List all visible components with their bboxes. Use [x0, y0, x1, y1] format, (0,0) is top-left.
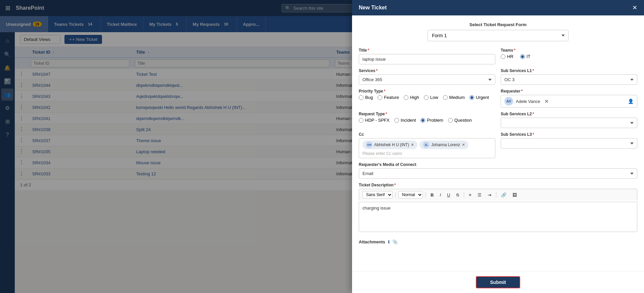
radio-hr[interactable]: HR: [501, 54, 513, 59]
radio-low[interactable]: Low: [424, 95, 438, 100]
description-group: Ticket Description* Sans Serif Normal B …: [359, 183, 637, 232]
priority-type-group: Priority Type* Bug Feature: [359, 89, 495, 108]
toolbar-divider4: [496, 192, 496, 197]
radio-incident[interactable]: Incident: [394, 118, 416, 123]
title-input[interactable]: [359, 54, 495, 64]
attachments-row: Attachments ℹ 📎: [359, 236, 637, 248]
modal-close-button[interactable]: ✕: [632, 4, 637, 11]
radio-high[interactable]: High: [404, 95, 419, 100]
services-label: Services*: [359, 68, 495, 73]
sub-services-l3-group: Sub Services L3*: [501, 132, 637, 158]
description-label: Ticket Description*: [359, 183, 637, 187]
cc-placeholder: Please enter Cc users: [362, 151, 402, 156]
radio-medium[interactable]: Medium: [443, 95, 465, 100]
modal-header: New Ticket ✕: [352, 0, 644, 15]
request-type-group: Request Type* HDP - SPFX Incident: [359, 112, 495, 128]
priority-radio-group: Bug Feature High Low: [359, 95, 495, 100]
ordered-list-button[interactable]: ≡: [467, 192, 474, 198]
strikethrough-button[interactable]: S: [454, 192, 461, 198]
media-group: Requester's Media of Connect Email Phone…: [359, 162, 637, 179]
sub-services-l1-group: Sub Services L1* OC 3: [501, 68, 637, 85]
requester-person-icon[interactable]: 👤: [628, 99, 634, 104]
radio-question[interactable]: Question: [448, 118, 472, 123]
sub-services-l3-select[interactable]: [501, 138, 637, 149]
editor-content[interactable]: charging issue: [359, 202, 637, 232]
requester-remove-button[interactable]: ✕: [544, 98, 549, 105]
submit-button[interactable]: Submit: [476, 276, 520, 288]
cc-tag-johanna: JL Johanna Lorenz ✕: [419, 140, 468, 149]
toolbar-divider2: [426, 192, 426, 197]
request-type-label: Request Type*: [359, 112, 495, 116]
sub-services-l2-label: Sub Services L2*: [501, 112, 637, 116]
editor-toolbar: Sans Serif Normal B I U S ≡ ☰ ⇥: [359, 189, 637, 200]
form-select-row: Form 1 Form 2: [359, 30, 637, 41]
form-grid-row4: Request Type* HDP - SPFX Incident: [359, 112, 637, 128]
services-group: Services* Office 365: [359, 68, 495, 85]
italic-button[interactable]: I: [438, 192, 443, 198]
attachments-info-icon[interactable]: ℹ: [388, 240, 390, 244]
media-label: Requester's Media of Connect: [359, 162, 637, 167]
modal-footer: Submit: [352, 271, 644, 293]
teams-label: Teams*: [501, 48, 637, 53]
unordered-list-button[interactable]: ☰: [476, 192, 484, 198]
editor-style-select[interactable]: Normal: [398, 191, 423, 198]
toolbar-divider: [395, 192, 396, 197]
link-button[interactable]: 🔗: [499, 192, 508, 198]
modal-panel: New Ticket ✕ Select Ticket Request Form …: [352, 0, 644, 293]
sub-services-l3-label: Sub Services L3*: [501, 132, 637, 137]
sub-services-l2-group: Sub Services L2*: [501, 112, 637, 128]
requester-group: Requester* AV Adele Vance ✕ 👤: [501, 89, 637, 108]
cc-group: Cc AH Abhishek H U (INT) ✕ JL Johanna Lo…: [359, 132, 495, 158]
attachments-clip-icon[interactable]: 📎: [392, 239, 398, 244]
radio-it[interactable]: IT: [520, 54, 531, 59]
radio-hdp-spfx[interactable]: HDP - SPFX: [359, 118, 390, 123]
attachments-label: Attachments: [359, 239, 385, 244]
sub-services-l1-select[interactable]: OC 3: [501, 74, 637, 85]
image-button[interactable]: 🖼: [510, 192, 519, 198]
underline-button[interactable]: U: [445, 192, 452, 198]
radio-problem[interactable]: Problem: [420, 118, 443, 123]
toolbar-divider3: [464, 192, 464, 197]
form-select-dropdown[interactable]: Form 1 Form 2: [428, 30, 568, 41]
cc-avatar-johanna: JL: [423, 141, 430, 148]
modal-overlay: New Ticket ✕ Select Ticket Request Form …: [0, 0, 644, 293]
teams-radio-group: HR IT: [501, 54, 637, 59]
cc-remove-johanna[interactable]: ✕: [462, 142, 465, 147]
title-group: Title*: [359, 48, 495, 64]
requester-label: Requester*: [501, 89, 637, 94]
requester-avatar: AV: [504, 97, 513, 106]
bold-button[interactable]: B: [429, 192, 436, 198]
priority-type-label: Priority Type*: [359, 89, 495, 94]
form-grid-row3: Priority Type* Bug Feature: [359, 89, 637, 108]
cc-label: Cc: [359, 132, 495, 137]
sub-services-l1-label: Sub Services L1*: [501, 68, 637, 73]
cc-remove-abhishek[interactable]: ✕: [411, 142, 414, 147]
media-select[interactable]: Email Phone Chat: [359, 168, 637, 179]
radio-urgent[interactable]: Urgent: [469, 95, 489, 100]
title-label: Title*: [359, 48, 495, 53]
cc-tag-abhishek: AH Abhishek H U (INT) ✕: [362, 140, 417, 149]
requester-name: Adele Vance: [516, 99, 540, 104]
modal-body: Select Ticket Request Form Form 1 Form 2…: [352, 15, 644, 271]
form-section-label: Select Ticket Request Form: [359, 22, 637, 27]
cc-field[interactable]: AH Abhishek H U (INT) ✕ JL Johanna Loren…: [359, 138, 495, 158]
requester-field[interactable]: AV Adele Vance ✕ 👤: [501, 95, 637, 108]
editor-font-select[interactable]: Sans Serif: [362, 191, 393, 198]
services-select[interactable]: Office 365: [359, 74, 495, 85]
teams-group: Teams* HR IT: [501, 48, 637, 64]
indent-button[interactable]: ⇥: [486, 192, 493, 198]
sub-services-l2-select[interactable]: [501, 118, 637, 128]
form-grid-row2: Services* Office 365 Sub Services L1* OC…: [359, 68, 637, 85]
form-grid-row1: Title* Teams* HR I: [359, 48, 637, 64]
request-type-radio-group: HDP - SPFX Incident Problem Questio: [359, 118, 495, 123]
radio-feature[interactable]: Feature: [378, 95, 399, 100]
cc-avatar-abhishek: AH: [366, 141, 373, 148]
form-grid-row5: Cc AH Abhishek H U (INT) ✕ JL Johanna Lo…: [359, 132, 637, 158]
radio-bug[interactable]: Bug: [359, 95, 373, 100]
modal-title: New Ticket: [359, 5, 387, 11]
